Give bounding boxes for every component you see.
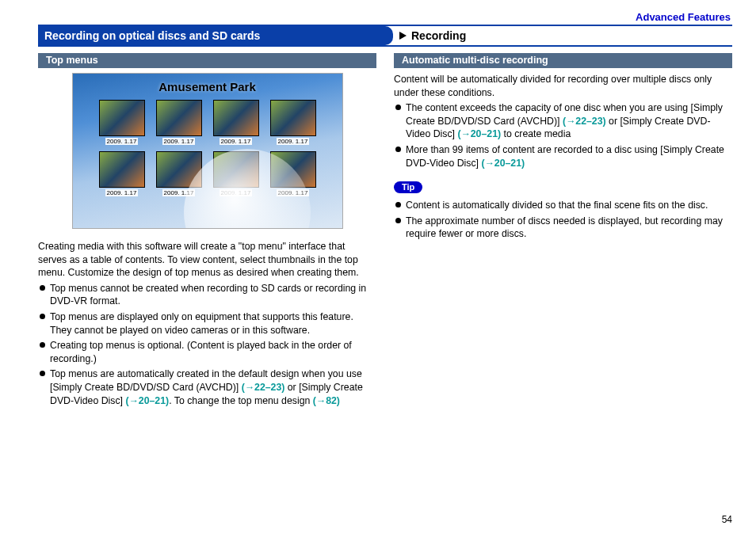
figure-title: Amusement Park [158,80,256,93]
text: to create media [501,128,571,139]
top-menu-figure: Amusement Park 2009. 1.17 2009. 1.17 200… [72,73,343,229]
thumbnail: 2009. 1.17 [212,100,260,145]
list-item: Top menus are displayed only on equipmen… [38,310,376,337]
left-column: Top menus Amusement Park 2009. 1.17 2009… [38,53,376,409]
thumbnail: 2009. 1.17 [155,100,203,145]
subheader-auto-multidisc: Automatic multi-disc recording [394,53,732,68]
chapter-title: Recording on optical discs and SD cards [38,26,393,45]
chapter-title-bar: Recording on optical discs and SD cards … [38,25,732,47]
list-item: The content exceeds the capacity of one … [394,101,732,141]
bullet-list: Top menus cannot be created when recordi… [38,282,376,407]
list-item: Creating top menus is optional. (Content… [38,339,376,365]
right-column: Automatic multi-disc recording Content w… [394,53,732,409]
content-columns: Top menus Amusement Park 2009. 1.17 2009… [38,53,732,409]
page-number: 54 [722,514,732,525]
cross-reference-link[interactable]: (→82) [313,395,340,406]
manual-page: Advanced Features Recording on optical d… [0,0,756,533]
tip-badge: Tip [394,181,422,193]
bullet-list: The content exceeds the capacity of one … [394,101,732,169]
thumbnail: 2009. 1.17 [98,100,146,145]
thumbnail: 2009. 1.17 [98,151,146,196]
text: More than 99 items of content are record… [406,144,724,169]
subheader-top-menus: Top menus [38,53,376,68]
cross-reference-link[interactable]: (→20–21) [481,158,525,169]
cross-reference-link[interactable]: (→22–23) [242,382,285,393]
list-item: More than 99 items of content are record… [394,143,732,169]
intro-paragraph: Content will be automatically divided fo… [394,73,732,99]
list-item: The approximate number of discs needed i… [394,215,732,241]
list-item: Content is automatically divided so that… [394,199,732,212]
cross-reference-link[interactable]: (→20–21) [457,128,501,139]
intro-paragraph: Creating media with this software will c… [38,240,376,280]
triangle-right-icon [399,32,407,40]
cross-reference-link[interactable]: (→22–23) [563,116,606,127]
text: . To change the top menu design [169,395,313,406]
thumbnail: 2009. 1.17 [269,100,317,145]
section-link-advanced-features[interactable]: Advanced Features [38,11,732,23]
thumbnail-row-1: 2009. 1.17 2009. 1.17 2009. 1.17 2009. 1… [98,100,317,145]
list-item: Top menus are automatically created in t… [38,367,376,407]
chapter-subsection: Recording [393,26,466,45]
chapter-subsection-label: Recording [411,29,466,42]
list-item: Top menus cannot be created when recordi… [38,282,376,308]
tip-bullet-list: Content is automatically divided so that… [394,199,732,241]
cross-reference-link[interactable]: (→20–21) [125,395,169,406]
